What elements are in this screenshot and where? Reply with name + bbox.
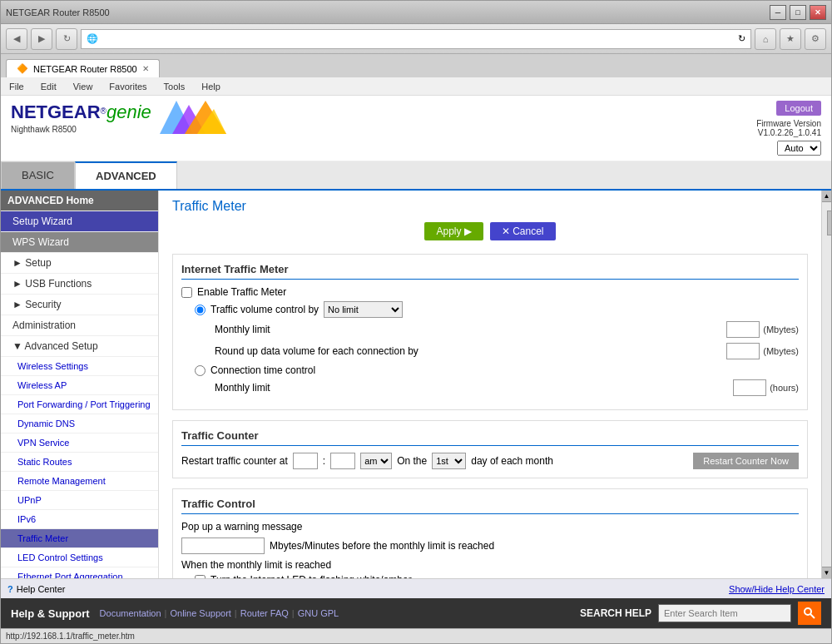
footer-link-faq[interactable]: Router FAQ (240, 608, 289, 618)
close-button[interactable]: ✕ (810, 5, 826, 20)
sidebar-item-administration[interactable]: Administration (1, 315, 158, 336)
ampm-select[interactable]: am pm (360, 453, 392, 469)
when-limit-row: When the monthly limit is reached (181, 559, 799, 571)
enable-traffic-meter-checkbox[interactable] (181, 287, 192, 298)
settings-button[interactable]: ⚙ (805, 28, 826, 50)
svg-point-4 (805, 608, 811, 615)
volume-control-select[interactable]: No limit Download only Upload only Both (324, 301, 403, 318)
monthly-limit-unit: (Mbytes) (763, 324, 799, 334)
connection-time-label: Connection time control (210, 364, 315, 376)
address-bar: 🌐 http://192.168.1.1/start.h ↻ (81, 29, 751, 49)
sidebar: ADVANCED Home Setup Wizard WPS Wizard ► … (1, 191, 159, 578)
sidebar-sub-led-control[interactable]: LED Control Settings (1, 548, 158, 567)
time-hour-input[interactable]: 00 (293, 453, 318, 469)
home-button[interactable]: ⌂ (755, 28, 776, 50)
sidebar-sub-dynamic-dns[interactable]: Dynamic DNS (1, 414, 158, 433)
connection-time-radio[interactable] (195, 365, 206, 376)
scroll-down-button[interactable]: ▼ (822, 567, 832, 578)
content-inner: Traffic Meter Apply ▶ ✕ Cancel Internet … (159, 191, 821, 578)
show-hide-help-link[interactable]: Show/Hide Help Center (729, 584, 825, 594)
favorites-button[interactable]: ★ (780, 28, 801, 50)
search-input[interactable] (658, 604, 791, 622)
sidebar-sub-static-routes[interactable]: Static Routes (1, 453, 158, 472)
sidebar-sub-traffic-meter[interactable]: Traffic Meter (1, 529, 158, 548)
minimize-button[interactable]: ─ (770, 5, 786, 20)
volume-control-radio[interactable] (195, 305, 206, 315)
round-up-input[interactable]: 0 (726, 343, 760, 359)
menu-help[interactable]: Help (198, 80, 224, 93)
led-checkbox[interactable] (195, 575, 206, 579)
enable-traffic-meter-row: Enable Traffic Meter (181, 286, 799, 298)
footer-title: Help & Support (11, 607, 90, 620)
round-up-field: 0 (Mbytes) (726, 343, 799, 359)
led-label: Turn the Internet LED to flashing white/… (210, 574, 412, 578)
sidebar-item-advanced-home[interactable]: ADVANCED Home (1, 191, 158, 211)
scroll-up-button[interactable]: ▲ (822, 191, 832, 202)
sidebar-item-setup[interactable]: ► Setup (1, 253, 158, 274)
main-tabs: BASIC ADVANCED (1, 161, 831, 191)
refresh-button[interactable]: ↻ (56, 28, 77, 50)
restore-button[interactable]: □ (790, 5, 806, 20)
restart-counter-button[interactable]: Restart Counter Now (693, 453, 799, 469)
page-title: Traffic Meter (172, 199, 808, 214)
scroll-thumb[interactable] (827, 211, 832, 235)
nav-bar: ◀ ▶ ↻ 🌐 http://192.168.1.1/start.h ↻ ⌂ ★… (1, 24, 831, 54)
sidebar-sub-remote-management[interactable]: Remote Management (1, 472, 158, 491)
tab-close-button[interactable]: ✕ (142, 64, 149, 73)
active-tab[interactable]: 🔶 NETGEAR Router R8500 ✕ (6, 59, 160, 77)
day-select[interactable]: 1st 2nd3rd4th (432, 453, 466, 469)
footer-link-gpl[interactable]: GNU GPL (298, 608, 339, 618)
time-minute-input[interactable]: 00 (330, 453, 355, 469)
footer-link-docs[interactable]: Documentation (100, 608, 161, 618)
forward-button[interactable]: ▶ (31, 28, 52, 50)
back-button[interactable]: ◀ (6, 28, 27, 50)
apply-button[interactable]: Apply ▶ (424, 222, 483, 240)
genie-text: genie (106, 102, 151, 122)
round-up-row: Round up data volume for each connection… (181, 343, 799, 359)
cancel-button[interactable]: ✕ Cancel (490, 222, 556, 240)
status-bar: http://192.168.1.1/traffic_meter.htm (1, 628, 831, 643)
sidebar-sub-wireless-settings[interactable]: Wireless Settings (1, 357, 158, 376)
menu-favorites[interactable]: Favorites (106, 80, 150, 93)
sidebar-sub-eth-aggregation[interactable]: Ethernet Port Aggregation (1, 567, 158, 578)
firmware-version: V1.0.2.26_1.0.41 (758, 128, 821, 137)
content-wrapper: Traffic Meter Apply ▶ ✕ Cancel Internet … (159, 191, 831, 578)
monthly-limit-input[interactable]: 0 (726, 321, 760, 338)
menu-edit[interactable]: Edit (37, 80, 60, 93)
menu-file[interactable]: File (6, 80, 27, 93)
sidebar-item-setup-wizard[interactable]: Setup Wizard (1, 211, 158, 232)
on-the-label: On the (397, 455, 427, 467)
section-title-control: Traffic Control (181, 498, 799, 514)
tab-advanced[interactable]: ADVANCED (75, 161, 177, 189)
auto-select[interactable]: Auto (777, 141, 821, 156)
search-button[interactable] (798, 602, 821, 625)
help-bar-left: ? Help Center (7, 584, 65, 594)
sidebar-item-usb-functions[interactable]: ► USB Functions (1, 274, 158, 295)
url-input[interactable]: http://192.168.1.1/start.h (102, 34, 735, 44)
sidebar-sub-port-forwarding[interactable]: Port Forwarding / Port Triggering (1, 395, 158, 414)
tab-favicon: 🔶 (17, 63, 28, 74)
monthly-limit2-input[interactable]: 0 (733, 379, 766, 396)
month-label: day of each month (471, 455, 553, 467)
sidebar-sub-ipv6[interactable]: IPv6 (1, 510, 158, 529)
section-title-traffic-meter: Internet Traffic Meter (181, 263, 799, 280)
monthly-limit2-unit: (hours) (770, 383, 799, 393)
popup-value-input[interactable]: 0 (181, 537, 265, 554)
footer-link-support[interactable]: Online Support (170, 608, 230, 618)
tab-bar: 🔶 NETGEAR Router R8500 ✕ (1, 54, 831, 77)
menu-tools[interactable]: Tools (161, 80, 189, 93)
refresh-icon[interactable]: ↻ (738, 33, 745, 44)
sidebar-item-wps-wizard[interactable]: WPS Wizard (1, 232, 158, 253)
logout-button[interactable]: Logout (776, 101, 821, 116)
sidebar-sub-upnp[interactable]: UPnP (1, 491, 158, 510)
content-area: Traffic Meter Apply ▶ ✕ Cancel Internet … (159, 191, 821, 578)
sidebar-item-security[interactable]: ► Security (1, 295, 158, 315)
scrollbar: ▲ ▼ (821, 191, 831, 578)
menu-view[interactable]: View (70, 80, 97, 93)
tab-basic[interactable]: BASIC (1, 161, 75, 189)
sidebar-item-advanced-setup[interactable]: ▼ Advanced Setup (1, 336, 158, 357)
monthly-limit-row: Monthly limit 0 (Mbytes) (181, 321, 799, 338)
sidebar-sub-vpn-service[interactable]: VPN Service (1, 433, 158, 453)
model-label: Nighthawk R8500 (11, 125, 151, 134)
sidebar-sub-wireless-ap[interactable]: Wireless AP (1, 376, 158, 395)
